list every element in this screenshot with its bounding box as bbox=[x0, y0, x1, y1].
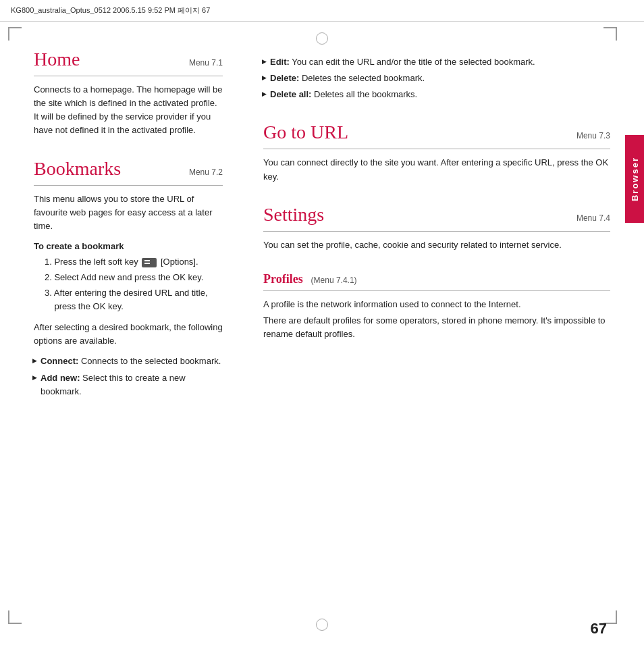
profiles-menu-label: (Menu 7.4.1) bbox=[311, 276, 357, 285]
home-section: Home Menu 7.1 Connects to a homepage. Th… bbox=[34, 49, 223, 138]
bookmarks-after-text: After selecting a desired bookmark, the … bbox=[34, 321, 223, 348]
right-column: Edit: You can edit the URL and/or the ti… bbox=[243, 22, 644, 651]
header-text: KG800_australia_Optus_0512 2006.5.15 9:5… bbox=[11, 5, 210, 16]
delete-bold: Delete: bbox=[270, 73, 299, 83]
bookmarks-title: Bookmarks bbox=[34, 158, 121, 180]
profiles-divider bbox=[263, 290, 610, 291]
goto-url-body: You can connect directly to the site you… bbox=[263, 156, 610, 183]
add-new-option: Add new: Select this to create a new boo… bbox=[34, 371, 223, 398]
home-title: Home bbox=[34, 49, 80, 70]
edit-text: You can edit the URL and/or the title of… bbox=[290, 57, 535, 67]
goto-url-header: Go to URL Menu 7.3 bbox=[263, 122, 610, 149]
goto-url-section: Go to URL Menu 7.3 You can connect direc… bbox=[263, 122, 610, 183]
delete-all-option: Delete all: Deletes all the bookmarks. bbox=[263, 88, 610, 101]
goto-url-menu-label: Menu 7.3 bbox=[576, 131, 610, 140]
left-column: Home Menu 7.1 Connects to a homepage. Th… bbox=[0, 22, 243, 651]
connect-option: Connect: Connects to the selected bookma… bbox=[34, 355, 223, 368]
profiles-section: Profiles (Menu 7.4.1) A profile is the n… bbox=[263, 272, 610, 341]
bookmarks-options-continued: Edit: You can edit the URL and/or the ti… bbox=[263, 55, 610, 101]
bookmark-step-3: 3. After entering the desired URL and ti… bbox=[34, 286, 223, 315]
edit-option: Edit: You can edit the URL and/or the ti… bbox=[263, 55, 610, 69]
main-content: Home Menu 7.1 Connects to a homepage. Th… bbox=[0, 22, 644, 651]
home-menu-label: Menu 7.1 bbox=[189, 58, 223, 68]
bookmarks-body: This menu allows you to store the URL of… bbox=[34, 192, 223, 233]
settings-title: Settings bbox=[263, 204, 324, 226]
home-body: Connects to a homepage. The homepage wil… bbox=[34, 83, 223, 138]
settings-section: Settings Menu 7.4 You can set the profil… bbox=[263, 204, 610, 252]
settings-menu-label: Menu 7.4 bbox=[576, 213, 610, 223]
bottom-circle-decoration bbox=[316, 619, 328, 631]
profiles-header-row: Profiles (Menu 7.4.1) bbox=[263, 272, 610, 286]
top-header: KG800_australia_Optus_0512 2006.5.15 9:5… bbox=[0, 0, 644, 22]
bookmark-steps-list: 1. Press the left soft key [Options]. 2.… bbox=[34, 255, 223, 314]
delete-all-bold: Delete all: bbox=[270, 89, 311, 99]
delete-text: Deletes the selected bookmark. bbox=[299, 73, 425, 83]
bookmark-step-2: 2. Select Add new and press the OK key. bbox=[34, 271, 223, 285]
bookmarks-section: Bookmarks Menu 7.2 This menu allows you … bbox=[34, 158, 223, 398]
home-section-header: Home Menu 7.1 bbox=[34, 49, 223, 76]
delete-option: Delete: Deletes the selected bookmark. bbox=[263, 72, 610, 85]
edit-bold: Edit: bbox=[270, 57, 290, 67]
settings-header: Settings Menu 7.4 bbox=[263, 204, 610, 232]
page-number: 67 bbox=[591, 620, 607, 637]
delete-all-text: Deletes all the bookmarks. bbox=[311, 89, 417, 99]
add-new-bold: Add new: bbox=[41, 373, 80, 383]
bookmarks-menu-label: Menu 7.2 bbox=[189, 167, 223, 177]
create-bookmark-subtitle: To create a bookmark bbox=[34, 241, 223, 251]
connect-text: Connects to the selected bookmark. bbox=[78, 356, 221, 366]
bookmarks-section-header: Bookmarks Menu 7.2 bbox=[34, 158, 223, 186]
page-container: KG800_australia_Optus_0512 2006.5.15 9:5… bbox=[0, 0, 644, 651]
profiles-body-1: A profile is the network information use… bbox=[263, 298, 610, 311]
goto-url-title: Go to URL bbox=[263, 122, 348, 143]
connect-bold: Connect: bbox=[41, 356, 78, 366]
profiles-body-2: There are default profiles for some oper… bbox=[263, 314, 610, 341]
profiles-title: Profiles bbox=[263, 272, 303, 286]
settings-body: You can set the profile, cache, cookie a… bbox=[263, 238, 610, 252]
options-button-icon bbox=[142, 258, 157, 267]
bookmark-step-1: 1. Press the left soft key [Options]. bbox=[34, 255, 223, 269]
